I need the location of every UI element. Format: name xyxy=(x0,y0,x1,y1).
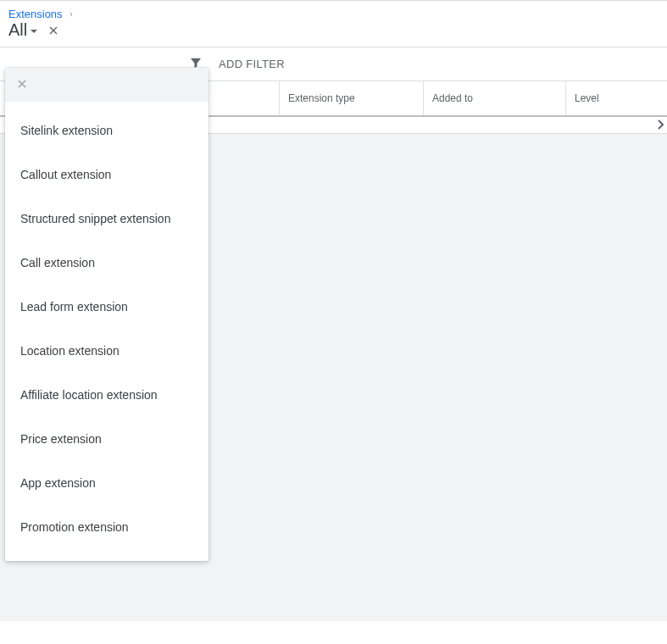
filter-dropdown[interactable]: All xyxy=(8,20,38,40)
filter-current-label: All xyxy=(8,20,27,40)
add-filter-label: ADD FILTER xyxy=(219,58,285,70)
dropdown-item-location[interactable]: Location extension xyxy=(5,329,208,373)
dropdown-item-price[interactable]: Price extension xyxy=(5,417,208,461)
add-filter-button[interactable]: ADD FILTER xyxy=(219,58,285,70)
dropdown-item-callout[interactable]: Callout extension xyxy=(5,153,208,197)
close-dropdown-button[interactable] xyxy=(15,77,29,93)
dropdown-item-affiliate-location[interactable]: Affiliate location extension xyxy=(5,373,208,417)
table-header-added-to[interactable]: Added to xyxy=(424,81,566,115)
breadcrumb-link-extensions[interactable]: Extensions xyxy=(8,8,63,20)
clear-filter-button[interactable] xyxy=(47,24,60,37)
table-header-level[interactable]: Level xyxy=(566,81,667,115)
dropdown-item-sitelink[interactable]: Sitelink extension xyxy=(5,108,208,153)
dropdown-header xyxy=(5,68,208,102)
dropdown-item-structured-snippet[interactable]: Structured snippet extension xyxy=(5,197,208,241)
dropdown-item-call[interactable]: Call extension xyxy=(5,241,208,285)
caret-down-icon xyxy=(30,20,38,40)
table-header-extension-type[interactable]: Extension type xyxy=(280,81,424,115)
scroll-right-indicator[interactable] xyxy=(657,119,665,133)
dropdown-item-lead-form[interactable]: Lead form extension xyxy=(5,285,208,329)
chevron-right-icon xyxy=(68,8,75,20)
extension-type-dropdown: Sitelink extension Callout extension Str… xyxy=(5,68,208,561)
dropdown-item-promotion[interactable]: Promotion extension xyxy=(5,505,208,549)
filter-row: All xyxy=(0,20,667,47)
breadcrumb: Extensions xyxy=(0,1,667,20)
dropdown-list: Sitelink extension Callout extension Str… xyxy=(5,102,208,561)
dropdown-item-app[interactable]: App extension xyxy=(5,461,208,505)
